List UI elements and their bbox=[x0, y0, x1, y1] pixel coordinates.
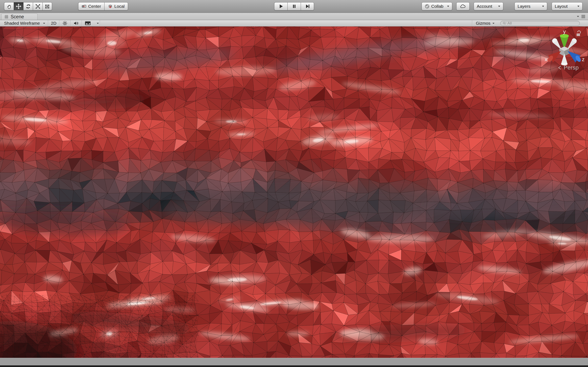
toggle-2d-label: 2D bbox=[51, 21, 57, 26]
grid-icon bbox=[4, 14, 9, 19]
pause-button[interactable] bbox=[287, 2, 301, 10]
rect-tool-button[interactable] bbox=[43, 2, 52, 10]
collab-check-icon bbox=[425, 4, 430, 9]
collab-dropdown[interactable]: Collab bbox=[422, 2, 452, 10]
gizmo-axis-z[interactable] bbox=[568, 51, 582, 63]
rect-transform-icon bbox=[44, 4, 50, 9]
speaker-icon bbox=[73, 21, 79, 26]
projection-toggle[interactable]: Persp bbox=[558, 64, 579, 71]
tab-scene-label: Scene bbox=[11, 14, 24, 20]
lock-icon[interactable] bbox=[577, 31, 580, 36]
separator bbox=[100, 20, 100, 26]
draw-mode-label: Shaded Wireframe bbox=[4, 21, 40, 26]
scene-view-toolbar: Shaded Wireframe 2D bbox=[0, 20, 588, 26]
sun-icon bbox=[62, 21, 68, 26]
tab-scene[interactable]: Scene bbox=[1, 13, 38, 20]
collab-label: Collab bbox=[431, 4, 443, 9]
scene-mesh bbox=[0, 26, 588, 358]
pivot-center-button[interactable]: Center bbox=[78, 2, 104, 10]
pivot-group: Center Local bbox=[78, 2, 128, 10]
account-dropdown[interactable]: Account bbox=[474, 2, 503, 10]
chevron-down-icon bbox=[498, 6, 500, 7]
layout-dropdown[interactable]: Layout bbox=[552, 2, 582, 10]
layers-label: Layers bbox=[518, 4, 530, 9]
scene-viewport[interactable]: y x z Persp bbox=[0, 26, 588, 358]
rotate-tool-button[interactable] bbox=[23, 2, 33, 10]
chevron-down-icon bbox=[447, 6, 449, 7]
persp-chevron-icon bbox=[558, 66, 562, 70]
image-icon bbox=[85, 21, 91, 25]
cloud-button[interactable] bbox=[456, 2, 470, 10]
toolbar-right-cluster: Collab Account Layers Layout bbox=[422, 2, 582, 10]
draw-mode-dropdown[interactable]: Shaded Wireframe bbox=[0, 20, 48, 26]
effects-dropdown[interactable] bbox=[94, 20, 100, 26]
play-button[interactable] bbox=[274, 2, 287, 10]
pivot-center-label: Center bbox=[88, 4, 101, 9]
gizmos-dropdown[interactable]: Gizmos bbox=[472, 20, 497, 26]
account-label: Account bbox=[477, 4, 492, 9]
gizmo-axis-x[interactable] bbox=[547, 51, 561, 63]
axis-y-label: y bbox=[563, 29, 566, 35]
layers-dropdown[interactable]: Layers bbox=[515, 2, 547, 10]
toggle-2d-button[interactable]: 2D bbox=[48, 20, 59, 26]
rotate-icon bbox=[26, 4, 31, 9]
panel-tab-bar: Scene bbox=[0, 13, 588, 20]
hand-tool-button[interactable] bbox=[4, 2, 14, 10]
panel-menu-icon[interactable] bbox=[581, 15, 586, 18]
move-icon bbox=[16, 3, 21, 9]
scale-tool-button[interactable] bbox=[33, 2, 43, 10]
gizmo-axis-neg-y[interactable] bbox=[561, 53, 568, 66]
local-rotation-icon bbox=[108, 4, 113, 9]
pivot-local-button[interactable]: Local bbox=[104, 2, 128, 10]
layout-label: Layout bbox=[555, 4, 568, 9]
pause-icon bbox=[291, 3, 297, 9]
step-button[interactable] bbox=[301, 2, 314, 10]
play-icon bbox=[278, 3, 284, 9]
orientation-gizmo[interactable]: y x z bbox=[544, 29, 585, 78]
projection-label: Persp bbox=[564, 64, 579, 71]
scene-search bbox=[500, 21, 580, 26]
center-pivot-icon bbox=[82, 4, 86, 8]
effects-toggle-button[interactable] bbox=[82, 20, 94, 26]
axis-x-label: x bbox=[545, 56, 547, 62]
audio-toggle-button[interactable] bbox=[71, 20, 82, 26]
lighting-toggle-button[interactable] bbox=[60, 20, 70, 26]
status-bar bbox=[0, 358, 588, 365]
hand-icon bbox=[6, 4, 12, 9]
search-field[interactable] bbox=[500, 21, 580, 26]
search-input[interactable] bbox=[507, 21, 578, 26]
chevron-down-icon bbox=[97, 23, 99, 24]
unity-editor-window: Center Local bbox=[0, 0, 588, 367]
step-icon bbox=[305, 3, 310, 9]
bottom-strip bbox=[0, 365, 588, 367]
scale-icon bbox=[35, 4, 41, 9]
chevron-down-icon bbox=[493, 23, 494, 24]
search-icon bbox=[502, 21, 507, 25]
panel-tab-controls bbox=[575, 13, 586, 20]
axis-z-label: z bbox=[582, 56, 585, 62]
panel-dropdown-icon[interactable] bbox=[577, 16, 579, 17]
pivot-local-label: Local bbox=[114, 4, 125, 9]
gizmos-label: Gizmos bbox=[476, 21, 490, 26]
main-toolbar: Center Local bbox=[0, 0, 588, 13]
transform-tool-group bbox=[4, 2, 52, 10]
cloud-icon bbox=[460, 4, 466, 9]
playmode-group bbox=[274, 2, 314, 10]
chevron-down-icon bbox=[542, 6, 544, 7]
move-tool-button[interactable] bbox=[14, 2, 23, 10]
chevron-down-icon bbox=[43, 23, 45, 24]
chevron-down-icon bbox=[577, 6, 579, 7]
